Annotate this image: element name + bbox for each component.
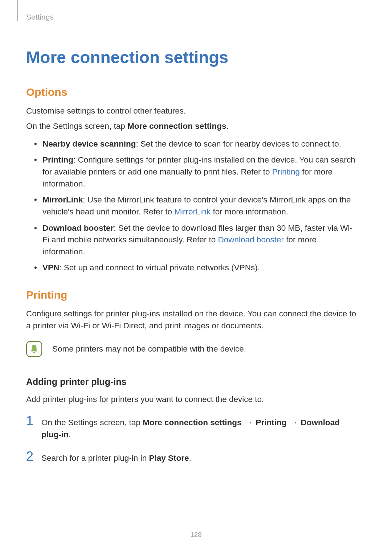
- step-text: Search for a printer plug-in in Play Sto…: [41, 452, 191, 464]
- step-2-b1: Play Store: [149, 454, 189, 463]
- steps: 1 On the Settings screen, tap More conne…: [26, 414, 356, 464]
- bell-icon: [26, 341, 42, 357]
- item-label: MirrorLink: [42, 195, 83, 204]
- step-1-b2: Printing: [256, 418, 286, 427]
- step-1: 1 On the Settings screen, tap More conne…: [26, 414, 356, 440]
- link-printing[interactable]: Printing: [272, 167, 300, 176]
- page-title: More connection settings: [26, 48, 356, 67]
- step-2-a: Search for a printer plug-in in: [41, 454, 149, 463]
- breadcrumb: Settings: [26, 13, 356, 21]
- options-intro-2c: .: [226, 122, 228, 131]
- page: Settings More connection settings Option…: [0, 0, 392, 554]
- step-number: 1: [26, 414, 34, 427]
- list-item: VPN: Set up and connect to virtual priva…: [26, 262, 356, 274]
- item-text-b: for more information.: [211, 207, 288, 216]
- item-label: Nearby device scanning: [42, 139, 136, 148]
- list-item: Download booster: Set the device to down…: [26, 222, 356, 258]
- link-mirrorlink[interactable]: MirrorLink: [174, 207, 211, 216]
- list-item: MirrorLink: Use the MirrorLink feature t…: [26, 194, 356, 218]
- step-2-c: .: [189, 454, 191, 463]
- item-label: Download booster: [42, 223, 114, 233]
- note: Some printers may not be compatible with…: [26, 341, 356, 357]
- options-intro-1: Customise settings to control other feat…: [26, 105, 356, 117]
- item-label: Printing: [42, 155, 73, 164]
- header-rule: [17, 0, 18, 21]
- printing-intro: Configure settings for printer plug-ins …: [26, 308, 356, 332]
- step-1-a: On the Settings screen, tap: [41, 418, 143, 427]
- options-intro-2a: On the Settings screen, tap: [26, 122, 127, 131]
- options-intro-2: On the Settings screen, tap More connect…: [26, 120, 356, 132]
- list-item: Nearby device scanning: Set the device t…: [26, 138, 356, 150]
- step-text: On the Settings screen, tap More connect…: [41, 417, 356, 440]
- arrow-icon: →: [286, 418, 301, 427]
- step-1-b1: More connection settings: [143, 418, 242, 427]
- step-number: 2: [26, 450, 34, 463]
- sub-intro: Add printer plug-ins for printers you wa…: [26, 394, 356, 406]
- options-intro-2b: More connection settings: [127, 122, 226, 131]
- options-list: Nearby device scanning: Set the device t…: [26, 138, 356, 274]
- list-item: Printing: Configure settings for printer…: [26, 154, 356, 190]
- note-text: Some printers may not be compatible with…: [52, 343, 246, 355]
- sub-heading-adding-plugins: Adding printer plug-ins: [26, 377, 356, 387]
- page-number: 128: [0, 531, 392, 539]
- section-options-heading: Options: [26, 86, 356, 99]
- step-2: 2 Search for a printer plug-in in Play S…: [26, 450, 356, 464]
- item-label: VPN: [42, 263, 59, 272]
- item-text: : Set up and connect to virtual private …: [59, 263, 260, 272]
- section-printing-heading: Printing: [26, 288, 356, 301]
- link-download-booster[interactable]: Download booster: [218, 235, 284, 244]
- item-text: : Set the device to scan for nearby devi…: [136, 139, 341, 148]
- step-1-c: .: [69, 430, 71, 439]
- arrow-icon: →: [241, 418, 256, 427]
